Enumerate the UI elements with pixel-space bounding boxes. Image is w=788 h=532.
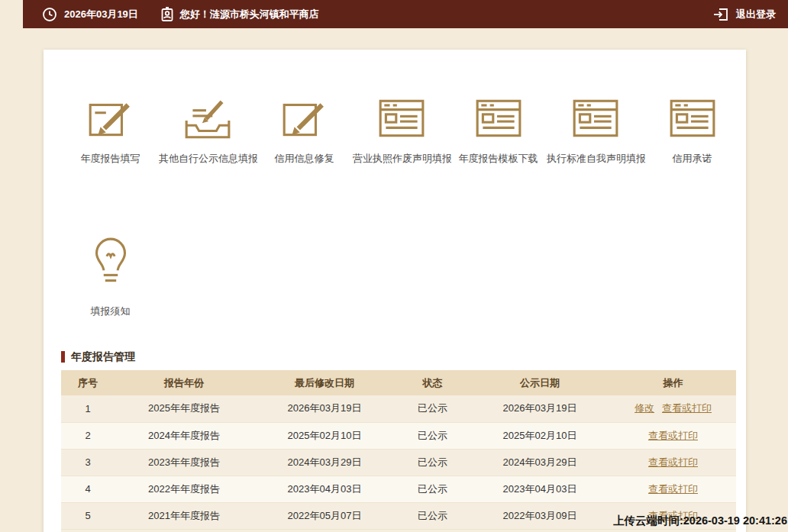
- cell-no: 4: [61, 476, 115, 502]
- cell-actions: 修改查看或打印: [610, 395, 736, 422]
- status-badge: 已公示: [396, 449, 470, 476]
- menu-item-label: 营业执照作废声明填报: [353, 152, 450, 165]
- cell-year: 2022年年度报告: [115, 476, 254, 502]
- cell-published: 2022年03月09日: [470, 502, 610, 529]
- cell-modified: 2025年02月10日: [254, 422, 396, 449]
- menu-item-label: 年度报告填写: [62, 152, 159, 165]
- cell-modified: 2026年03月19日: [254, 395, 396, 422]
- notice-label: 填报须知: [62, 305, 159, 318]
- document-icon: [376, 97, 427, 144]
- cell-modified: 2024年03月29日: [254, 449, 396, 476]
- cell-actions: 查看或打印: [610, 422, 736, 449]
- view-print-link[interactable]: 查看或打印: [648, 456, 698, 468]
- logout-label: 退出登录: [736, 8, 776, 21]
- cell-published: 2024年03月29日: [470, 449, 610, 476]
- menu-item-standard-declaration[interactable]: 执行标准自我声明填报: [547, 97, 644, 165]
- section-accent-bar: [61, 351, 65, 363]
- topbar-date-group: 2026年03月19日: [42, 7, 138, 22]
- col-header-status: 状态: [396, 370, 470, 395]
- menu-item-annual-report-fill[interactable]: 年度报告填写: [62, 97, 159, 165]
- table-header-row: 序号 报告年份 最后修改日期 状态 公示日期 操作: [61, 370, 736, 395]
- cell-year: 2025年年度报告: [115, 395, 254, 422]
- col-header-published: 公示日期: [470, 370, 610, 395]
- user-badge-icon: [161, 7, 173, 22]
- topbar-user-group: 您好！涟源市桥头河镇和平商店: [161, 7, 319, 22]
- menu-item-label: 年度报告模板下载: [450, 152, 547, 165]
- menu-item-template-download[interactable]: 年度报告模板下载: [450, 97, 547, 165]
- pencil-square-icon: [279, 97, 330, 144]
- notice-item[interactable]: 填报须知: [62, 234, 159, 318]
- view-print-link[interactable]: 查看或打印: [662, 402, 712, 414]
- table-row: 3 2023年年度报告 2024年03月29日 已公示 2024年03月29日 …: [61, 449, 736, 476]
- table-row: 1 2025年年度报告 2026年03月19日 已公示 2026年03月19日 …: [61, 395, 736, 422]
- col-header-actions: 操作: [610, 370, 736, 395]
- menu-item-label: 信用承诺: [644, 152, 741, 165]
- menu-item-label: 执行标准自我声明填报: [547, 152, 644, 165]
- function-menu: 年度报告填写 其他自行公示信息填报: [44, 50, 746, 165]
- document-icon: [570, 97, 621, 144]
- clock-icon: [42, 7, 57, 22]
- menu-item-credit-repair[interactable]: 信用信息修复: [256, 97, 353, 165]
- table-row-partial: [61, 529, 736, 532]
- document-icon: [667, 97, 718, 144]
- col-header-modified: 最后修改日期: [254, 370, 396, 395]
- cell-actions: 查看或打印: [610, 449, 736, 476]
- cell-published: 2026年03月19日: [470, 395, 610, 422]
- status-badge: 已公示: [396, 395, 470, 422]
- bulb-icon: [89, 282, 133, 295]
- cell-published: 2025年02月10日: [470, 422, 610, 449]
- section-title: 年度报告管理: [71, 350, 135, 364]
- table-row: 2 2024年年度报告 2025年02月10日 已公示 2025年02月10日 …: [61, 422, 736, 449]
- cell-actions: 查看或打印: [610, 476, 736, 502]
- table-row: 4 2022年年度报告 2023年04月03日 已公示 2023年04月03日 …: [61, 476, 736, 502]
- upload-time: 上传云端时间:2026-03-19 20:41:26: [613, 514, 787, 528]
- cell-no: 3: [61, 449, 115, 476]
- cell-year: 2024年年度报告: [115, 422, 254, 449]
- col-header-no: 序号: [61, 370, 115, 395]
- status-badge: 已公示: [396, 502, 470, 529]
- cell-published: 2023年04月03日: [470, 476, 610, 502]
- status-badge: 已公示: [396, 476, 470, 502]
- document-icon: [473, 97, 524, 144]
- current-date: 2026年03月19日: [64, 8, 138, 21]
- cell-no: 1: [61, 395, 115, 422]
- view-print-link[interactable]: 查看或打印: [648, 483, 698, 495]
- logout-button[interactable]: 退出登录: [712, 7, 776, 22]
- inbox-edit-icon: [182, 97, 233, 144]
- edit-paper-icon: [86, 97, 136, 144]
- menu-item-license-invalidation[interactable]: 营业执照作废声明填报: [353, 97, 450, 165]
- menu-item-other-disclosure[interactable]: 其他自行公示信息填报: [159, 97, 256, 165]
- topbar: 2026年03月19日 您好！涟源市桥头河镇和平商店 退出登录: [23, 0, 788, 28]
- cell-modified: 2022年05月07日: [254, 502, 396, 529]
- menu-item-label: 其他自行公示信息填报: [159, 152, 256, 165]
- cell-year: 2021年年度报告: [115, 502, 254, 529]
- cell-modified: 2023年04月03日: [254, 476, 396, 502]
- user-greeting: 您好！涟源市桥头河镇和平商店: [180, 8, 319, 21]
- cell-no: 2: [61, 422, 115, 449]
- menu-item-credit-commitment[interactable]: 信用承诺: [644, 97, 741, 165]
- main-panel: 年度报告填写 其他自行公示信息填报: [44, 50, 746, 532]
- annual-report-table: 序号 报告年份 最后修改日期 状态 公示日期 操作 1 2025年年度报告 20…: [61, 370, 736, 532]
- cell-no: 5: [61, 502, 115, 529]
- section-header: 年度报告管理: [61, 350, 746, 364]
- cell-year: 2023年年度报告: [115, 449, 254, 476]
- logout-icon: [712, 7, 729, 22]
- modify-link[interactable]: 修改: [635, 402, 654, 414]
- col-header-year: 报告年份: [115, 370, 254, 395]
- status-badge: 已公示: [396, 422, 470, 449]
- menu-item-label: 信用信息修复: [256, 152, 353, 165]
- view-print-link[interactable]: 查看或打印: [648, 430, 698, 441]
